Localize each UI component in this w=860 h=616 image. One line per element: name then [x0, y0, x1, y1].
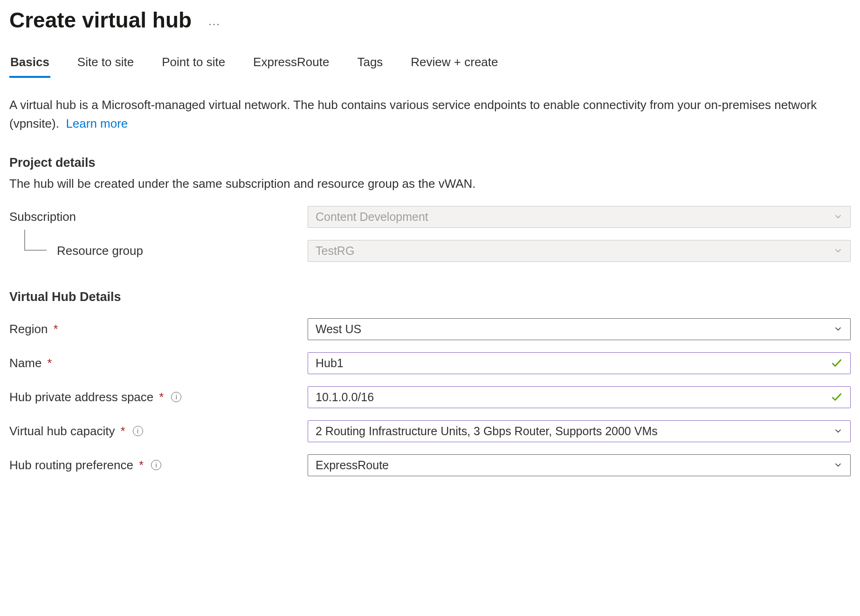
info-icon[interactable]: i: [133, 426, 143, 436]
check-icon: [831, 357, 843, 369]
chevron-down-icon: [833, 324, 843, 334]
required-star-icon: *: [53, 322, 58, 336]
subscription-select: Content Development: [308, 206, 851, 228]
required-star-icon: *: [120, 424, 125, 438]
resource-group-label: Resource group: [57, 244, 143, 258]
learn-more-link[interactable]: Learn more: [66, 116, 128, 130]
info-icon[interactable]: i: [151, 460, 161, 470]
subscription-label: Subscription: [9, 210, 76, 224]
address-space-value: 10.1.0.0/16: [316, 390, 825, 404]
tab-basics[interactable]: Basics: [9, 55, 50, 78]
chevron-down-icon: [833, 426, 843, 436]
tab-site-to-site[interactable]: Site to site: [76, 55, 135, 78]
info-icon[interactable]: i: [171, 392, 181, 402]
chevron-down-icon: [833, 460, 843, 470]
routing-preference-select[interactable]: ExpressRoute: [308, 454, 851, 476]
chevron-down-icon: [833, 212, 843, 221]
name-value: Hub1: [316, 356, 825, 370]
region-value: West US: [316, 322, 825, 336]
subscription-value: Content Development: [316, 210, 825, 224]
address-space-input[interactable]: 10.1.0.0/16: [308, 386, 851, 408]
virtual-hub-details-heading: Virtual Hub Details: [9, 290, 851, 304]
tab-tags[interactable]: Tags: [356, 55, 384, 78]
project-details-heading: Project details: [9, 156, 851, 170]
page-title: Create virtual hub: [9, 7, 192, 33]
capacity-value: 2 Routing Infrastructure Units, 3 Gbps R…: [316, 424, 825, 438]
tab-review-create[interactable]: Review + create: [410, 55, 499, 78]
routing-preference-value: ExpressRoute: [316, 459, 825, 472]
region-select[interactable]: West US: [308, 318, 851, 340]
address-space-label: Hub private address space: [9, 390, 153, 404]
more-menu-icon[interactable]: ···: [208, 17, 220, 30]
resource-group-value: TestRG: [316, 244, 825, 258]
region-label: Region: [9, 322, 48, 336]
project-details-description: The hub will be created under the same s…: [9, 177, 851, 191]
tab-point-to-site[interactable]: Point to site: [161, 55, 226, 78]
check-icon: [831, 391, 843, 403]
required-star-icon: *: [139, 458, 144, 472]
capacity-label: Virtual hub capacity: [9, 424, 115, 438]
capacity-select[interactable]: 2 Routing Infrastructure Units, 3 Gbps R…: [308, 420, 851, 442]
name-label: Name: [9, 356, 41, 370]
required-star-icon: *: [47, 356, 52, 370]
chevron-down-icon: [833, 246, 843, 255]
name-input[interactable]: Hub1: [308, 352, 851, 374]
resource-group-select: TestRG: [308, 240, 851, 262]
tab-bar: Basics Site to site Point to site Expres…: [9, 55, 851, 78]
required-star-icon: *: [159, 390, 164, 404]
intro-text: A virtual hub is a Microsoft-managed vir…: [9, 96, 848, 133]
routing-preference-label: Hub routing preference: [9, 458, 133, 472]
tab-expressroute[interactable]: ExpressRoute: [252, 55, 330, 78]
